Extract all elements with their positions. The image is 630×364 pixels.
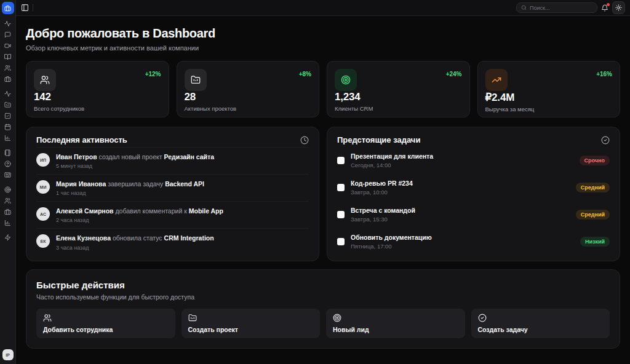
stat-card: +24% 1,234 Клиенты CRM bbox=[327, 61, 470, 117]
sidebar-item-book-open-icon[interactable] bbox=[4, 53, 11, 60]
stat-value: 142 bbox=[34, 91, 161, 103]
sidebar-group-crm bbox=[4, 186, 11, 226]
notifications-button[interactable] bbox=[601, 4, 608, 12]
page-title: Добро пожаловать в Dashboard bbox=[26, 26, 620, 41]
quick-action-button[interactable]: Добавить сотрудника bbox=[36, 309, 175, 338]
sidebar-item-message-square-icon[interactable] bbox=[4, 31, 11, 38]
theme-toggle-button[interactable] bbox=[612, 1, 625, 14]
sidebar-group-main bbox=[4, 20, 11, 82]
activity-item: ЕК Елена Кузнецова обновила статус CRM I… bbox=[36, 228, 309, 255]
search-input[interactable] bbox=[530, 5, 592, 11]
quick-action-button[interactable]: Создать задачу bbox=[471, 309, 610, 338]
task-title: Презентация для клиента bbox=[351, 152, 433, 160]
stat-value: 28 bbox=[185, 91, 312, 103]
stat-change: +16% bbox=[596, 71, 612, 77]
sidebar-item-user-circle-icon[interactable] bbox=[4, 160, 11, 167]
task-title: Код-ревью PR #234 bbox=[351, 180, 413, 187]
topbar-divider bbox=[33, 4, 33, 12]
task-item: Презентация для клиента Сегодня, 14:00 С… bbox=[337, 147, 610, 174]
search-box[interactable] bbox=[516, 2, 597, 13]
task-time: Завтра, 10:00 bbox=[351, 189, 413, 196]
stat-label: Клиенты CRM bbox=[335, 105, 462, 112]
stat-change: +24% bbox=[446, 71, 462, 77]
quick-actions-subtitle: Часто используемые функции для быстрого … bbox=[36, 293, 610, 301]
sidebar-item-square-check-icon[interactable] bbox=[4, 113, 11, 119]
task-item: Обновить документацию Пятница, 17:00 Низ… bbox=[337, 228, 610, 255]
task-checkbox[interactable] bbox=[337, 211, 345, 218]
tasks-panel-title: Предстоящие задачи bbox=[337, 135, 420, 144]
sidebar-item-chart-column-icon[interactable] bbox=[4, 135, 11, 141]
topbar bbox=[16, 0, 630, 16]
stat-value: 1,234 bbox=[335, 91, 462, 103]
activity-avatar: АС bbox=[36, 207, 50, 221]
sidebar-item-target-icon[interactable] bbox=[4, 186, 11, 193]
task-priority-badge: Низкий bbox=[580, 237, 610, 247]
sidebar-item-activity-icon[interactable] bbox=[4, 90, 11, 97]
sidebar-item-activity-icon[interactable] bbox=[4, 20, 11, 27]
sidebar-item-contact-card-icon[interactable] bbox=[4, 172, 11, 178]
quick-action-label: Новый лид bbox=[333, 326, 369, 333]
activity-list: ИП Иван Петров создал новый проект Редиз… bbox=[36, 147, 309, 256]
quick-action-button[interactable]: Новый лид bbox=[326, 309, 465, 338]
task-list: Презентация для клиента Сегодня, 14:00 С… bbox=[337, 147, 610, 255]
circle-check-icon bbox=[478, 314, 487, 322]
task-priority-badge: Срочно bbox=[580, 156, 610, 165]
stat-change: +8% bbox=[299, 71, 311, 77]
activity-text: Иван Петров создал новый проект Редизайн… bbox=[56, 153, 214, 161]
activity-item: МИ Мария Иванова завершила задачу Backen… bbox=[36, 174, 309, 201]
task-title: Встреча с командой bbox=[351, 207, 415, 214]
stat-change: +12% bbox=[145, 71, 161, 77]
quick-action-label: Добавить сотрудника bbox=[43, 326, 113, 333]
task-checkbox[interactable] bbox=[337, 184, 345, 191]
folder-icon bbox=[188, 314, 197, 322]
activity-time: 3 часа назад bbox=[56, 245, 214, 251]
task-priority-badge: Средний bbox=[576, 210, 610, 220]
stat-value: ₽2.4M bbox=[485, 91, 613, 104]
stat-card: +8% 28 Активных проектов bbox=[177, 61, 320, 117]
sidebar-item-notebook-icon[interactable] bbox=[4, 149, 11, 156]
activity-avatar: ИП bbox=[36, 153, 50, 167]
sidebar-toggle-button[interactable] bbox=[21, 4, 29, 12]
task-checkbox[interactable] bbox=[337, 238, 345, 245]
task-time: Сегодня, 14:00 bbox=[351, 162, 433, 168]
page-subtitle: Обзор ключевых метрик и активности вашей… bbox=[26, 44, 620, 52]
stat-label: Всего сотрудников bbox=[34, 105, 161, 112]
sidebar-item-chart-column-icon[interactable] bbox=[4, 220, 11, 226]
activity-item: ИП Иван Петров создал новый проект Редиз… bbox=[36, 147, 309, 174]
sidebar: IP bbox=[0, 0, 16, 364]
activity-text: Алексей Смирнов добавил комментарий к Mo… bbox=[56, 207, 223, 215]
task-item: Встреча с командой Завтра, 15:30 Средний bbox=[337, 201, 610, 228]
target-icon bbox=[333, 314, 341, 322]
sidebar-item-briefcase-icon[interactable] bbox=[4, 208, 11, 215]
sidebar-group-extra bbox=[4, 234, 11, 241]
task-title: Обновить документацию bbox=[351, 234, 432, 241]
quick-action-button[interactable]: Создать проект bbox=[181, 309, 321, 338]
task-time: Пятница, 17:00 bbox=[351, 243, 432, 250]
sidebar-item-users-icon[interactable] bbox=[4, 197, 11, 204]
task-time: Завтра, 15:30 bbox=[351, 216, 415, 223]
activity-avatar: ЕК bbox=[36, 234, 50, 248]
dashboard-content: Добро пожаловать в Dashboard Обзор ключе… bbox=[16, 16, 630, 364]
activity-time: 5 минут назад bbox=[56, 163, 214, 169]
tasks-panel: Предстоящие задачи Презентация для клиен… bbox=[327, 127, 620, 261]
user-avatar[interactable]: IP bbox=[2, 349, 14, 360]
quick-action-label: Создать задачу bbox=[478, 326, 528, 333]
sidebar-item-calendar-icon[interactable] bbox=[4, 124, 11, 130]
sidebar-item-zap-icon[interactable] bbox=[4, 234, 11, 241]
quick-actions-grid: Добавить сотрудника Создать проект Новый… bbox=[36, 309, 610, 338]
app-logo[interactable] bbox=[2, 2, 14, 14]
sidebar-item-video-icon[interactable] bbox=[4, 42, 11, 49]
users-icon bbox=[43, 314, 52, 322]
quick-action-label: Создать проект bbox=[188, 326, 239, 333]
task-checkbox[interactable] bbox=[337, 157, 345, 164]
sidebar-group-work bbox=[4, 90, 11, 141]
task-item: Код-ревью PR #234 Завтра, 10:00 Средний bbox=[337, 174, 610, 201]
stats-row: +12% 142 Всего сотрудников +8% 28 Ак bbox=[26, 61, 620, 117]
stat-icon-tile bbox=[335, 69, 357, 91]
sidebar-item-folder-icon[interactable] bbox=[4, 101, 11, 108]
activity-panel-title: Последняя активность bbox=[36, 135, 127, 144]
stat-label: Активных проектов bbox=[185, 105, 312, 112]
task-priority-badge: Средний bbox=[576, 183, 610, 192]
sidebar-item-briefcase-icon[interactable] bbox=[4, 76, 11, 82]
sidebar-item-users-icon[interactable] bbox=[4, 65, 11, 71]
